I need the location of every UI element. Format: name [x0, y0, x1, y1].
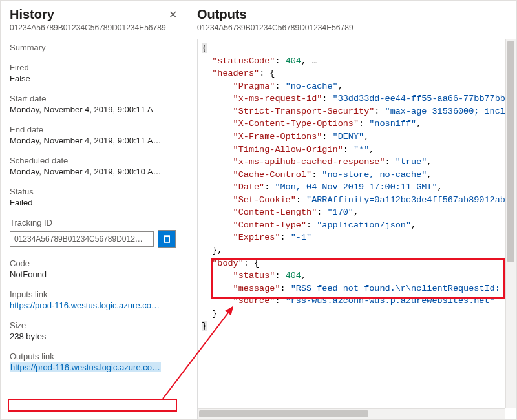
code-value: NotFound [10, 269, 176, 279]
svg-rect-0 [165, 237, 170, 243]
outputs-id: 01234A56789B01234C56789D01234E56789 [197, 23, 516, 32]
tracking-id-label: Tracking ID [10, 218, 176, 227]
end-date-value: Monday, November 4, 2019, 9:00:11 A… [10, 136, 176, 145]
start-date-value: Monday, November 4, 2019, 9:00:11 A [10, 105, 176, 114]
start-date-label: Start date [10, 94, 176, 103]
json-viewer[interactable]: { "statusCode": 404, … "headers": { "Pra… [197, 39, 516, 419]
outputs-title: Outputs [197, 7, 516, 22]
copy-button[interactable] [158, 230, 176, 248]
outputs-link[interactable]: https://prod-116.westus.logic.azure.co… [10, 362, 161, 372]
outputs-link-label: Outputs link [10, 352, 176, 361]
code-label: Code [10, 258, 176, 268]
scrollbar-horizontal[interactable] [198, 408, 505, 419]
close-icon[interactable]: ✕ [166, 7, 180, 22]
scheduled-date-label: Scheduled date [10, 156, 176, 165]
status-label: Status [10, 187, 176, 196]
json-content[interactable]: { "statusCode": 404, … "headers": { "Pra… [198, 39, 516, 419]
inputs-link-label: Inputs link [10, 289, 176, 299]
fired-value: False [10, 74, 176, 83]
status-value: Failed [10, 198, 176, 207]
scrollbar-vertical[interactable] [505, 39, 516, 408]
size-label: Size [10, 320, 176, 330]
size-value: 238 bytes [10, 331, 176, 341]
history-id: 01234A56789B01234C56789D01234E56789 [10, 23, 166, 32]
scheduled-date-value: Monday, November 4, 2019, 9:00:10 A… [10, 167, 176, 176]
history-panel: History 01234A56789B01234C56789D01234E56… [1, 1, 185, 419]
tracking-id-value[interactable]: 01234A56789B01234C56789D012… [10, 231, 154, 247]
outputs-panel: Outputs 01234A56789B01234C56789D01234E56… [185, 1, 516, 419]
summary-label: Summary [10, 43, 176, 52]
history-title: History [10, 7, 166, 22]
inputs-link[interactable]: https://prod-116.westus.logic.azure.co… [10, 300, 160, 310]
fired-label: Fired [10, 63, 176, 72]
end-date-label: End date [10, 125, 176, 134]
copy-icon [162, 235, 171, 244]
